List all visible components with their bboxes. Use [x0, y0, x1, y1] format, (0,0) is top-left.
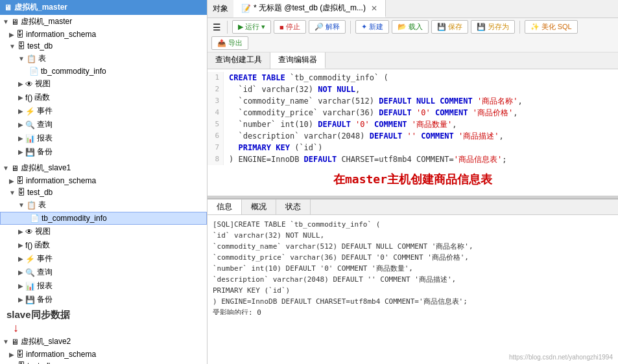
explain-icon: 🔎 [315, 23, 324, 31]
func-label: 函数 [34, 240, 50, 251]
expand-icon: ▶ [18, 296, 23, 303]
slave1-funcs[interactable]: ▶ f() 函数 [0, 238, 207, 252]
master-views[interactable]: ▶ 👁 视图 [0, 77, 207, 91]
save-label: 保存 [448, 22, 462, 32]
import-icon: 📂 [398, 23, 407, 31]
slave1-commodity-table[interactable]: 📄 tb_commodity_info [0, 212, 207, 225]
export-label: 导出 [228, 38, 243, 48]
master-events[interactable]: ▶ ⚡ 事件 [0, 104, 207, 118]
left-panel: 🖥 虚拟机_master ▼ 🖥 虚拟机_master ▶ 🗄 informat… [0, 0, 208, 364]
db-icon: 🗄 [18, 188, 25, 197]
tree-container[interactable]: ▼ 🖥 虚拟机_master ▶ 🗄 information_schema ▼ … [0, 15, 207, 364]
master-reports[interactable]: ▶ 📊 报表 [0, 131, 207, 145]
play-icon: ▶ [238, 23, 243, 31]
table-group-icon: 📋 [27, 201, 36, 210]
db-label: test_db [27, 361, 53, 364]
import-button[interactable]: 📂 载入 [392, 20, 429, 34]
close-icon[interactable]: ✕ [371, 4, 377, 13]
event-label: 事件 [37, 106, 53, 117]
stop-icon: ■ [279, 23, 284, 31]
db-icon: 🗄 [16, 30, 24, 39]
slave1-events[interactable]: ▶ ⚡ 事件 [0, 252, 207, 266]
code-line-6: 6 `description` varchar(2048) DEFAULT ''… [208, 130, 618, 142]
slave2-testdb[interactable]: ▼ 🗄 test_db [0, 360, 207, 364]
master-backups[interactable]: ▶ 💾 备份 [0, 145, 207, 159]
view-icon: 👁 [25, 227, 33, 236]
view-label: 视图 [35, 226, 51, 237]
hamburger-icon[interactable]: ☰ [211, 21, 222, 34]
slave2-info-schema[interactable]: ▶ 🗄 information_schema [0, 348, 207, 360]
expand-icon: ▶ [18, 121, 23, 128]
code-editor[interactable]: 1 CREATE TABLE `tb_commodity_info` ( 2 `… [208, 69, 618, 196]
new-button[interactable]: ✦ 新建 [355, 20, 389, 34]
slave1-backups[interactable]: ▶ 💾 备份 [0, 293, 207, 306]
slave2-node[interactable]: ▼ 🖥 虚拟机_slave2 [0, 335, 207, 348]
line-content: PRIMARY KEY (`id`) [224, 142, 323, 154]
sep2 [350, 21, 351, 34]
import-label: 载入 [409, 22, 423, 32]
bottom-tab-overview[interactable]: 概况 [242, 199, 276, 214]
slave1-reports[interactable]: ▶ 📊 报表 [0, 279, 207, 293]
right-content: 1 CREATE TABLE `tb_commodity_info` ( 2 `… [208, 69, 618, 364]
beautify-button[interactable]: ✨ 美化 SQL [525, 20, 578, 34]
save-button[interactable]: 💾 保存 [431, 20, 468, 34]
expand-icon: ▶ [18, 228, 23, 235]
slave1-tables-group[interactable]: ▼ 📋 表 [0, 198, 207, 212]
save-as-button[interactable]: 💾 另存为 [471, 20, 515, 34]
expand-icon: ▶ [18, 282, 23, 290]
query-tab[interactable]: 📝 * 无标题 @test_db (虚拟机_m...) ✕ [233, 0, 386, 17]
line-num: 8 [208, 154, 224, 165]
master-funcs[interactable]: ▶ f() 函数 [0, 91, 207, 104]
slave1-testdb[interactable]: ▼ 🗄 test_db [0, 187, 207, 198]
export-icon: 📤 [217, 39, 226, 47]
db-icon: 🗄 [18, 361, 25, 364]
run-button[interactable]: ▶ 运行 ▾ [232, 20, 271, 34]
expand-icon: ▼ [3, 18, 9, 25]
stop-button[interactable]: ■ 停止 [274, 20, 306, 34]
master-testdb[interactable]: ▼ 🗄 test_db [0, 40, 207, 52]
slave1-views[interactable]: ▶ 👁 视图 [0, 225, 207, 238]
slave2-label: 虚拟机_slave2 [21, 336, 71, 347]
backup-icon: 💾 [25, 148, 35, 157]
master-commodity-table[interactable]: 📄 tb_commodity_info [0, 65, 207, 77]
connection-header[interactable]: 🖥 虚拟机_master [0, 0, 207, 15]
server-icon: 🖥 [11, 17, 19, 27]
slave1-queries[interactable]: ▶ 🔍 查询 [0, 266, 207, 279]
object-tab[interactable]: 对象 [208, 0, 233, 17]
master-queries[interactable]: ▶ 🔍 查询 [0, 118, 207, 131]
tab-icon: 📝 [241, 4, 251, 13]
explain-button[interactable]: 🔎 解释 [309, 20, 346, 34]
expand-icon: ▶ [18, 148, 23, 155]
stop-label: 停止 [286, 22, 300, 32]
server-icon: 🖥 [4, 3, 12, 12]
line-num: 6 [208, 130, 224, 142]
backup-icon: 💾 [25, 295, 35, 304]
expand-icon: ▶ [18, 108, 23, 115]
master-tables-group[interactable]: ▼ 📋 表 [0, 52, 207, 65]
line-content: `number` int(10) DEFAULT '0' COMMENT '商品… [224, 119, 457, 130]
line-num: 5 [208, 119, 224, 130]
bottom-tab-info[interactable]: 信息 [208, 199, 242, 214]
new-icon: ✦ [361, 23, 367, 31]
code-line-3: 3 `commodity_name` varchar(512) DEFAULT … [208, 95, 618, 107]
table-label: tb_commodity_info [41, 67, 106, 76]
query-icon: 🔍 [25, 268, 35, 277]
master-info-schema[interactable]: ▶ 🗄 information_schema [0, 28, 207, 40]
query-tab-label: * 无标题 @test_db (虚拟机_m...) [254, 3, 366, 14]
sub-tab-query-editor[interactable]: 查询编辑器 [270, 52, 326, 69]
export-button[interactable]: 📤 导出 [211, 36, 248, 50]
query-label: 查询 [37, 267, 53, 278]
slave1-node[interactable]: ▼ 🖥 虚拟机_slave1 [0, 161, 207, 175]
query-label: 查询 [37, 119, 53, 130]
connection-title: 虚拟机_master [14, 2, 67, 13]
new-label: 新建 [369, 22, 383, 32]
line-num: 3 [208, 95, 224, 107]
line-num: 7 [208, 142, 224, 154]
group-label: 表 [38, 199, 46, 210]
bottom-tab-status[interactable]: 状态 [276, 199, 311, 214]
slave1-info-schema[interactable]: ▶ 🗄 information_schema [0, 175, 207, 187]
master-node[interactable]: ▼ 🖥 虚拟机_master [0, 15, 207, 28]
code-annotation: 在master主机创建商品信息表 [208, 165, 618, 194]
sub-tab-query-builder[interactable]: 查询创建工具 [208, 52, 270, 69]
table-icon: 📄 [29, 67, 39, 76]
